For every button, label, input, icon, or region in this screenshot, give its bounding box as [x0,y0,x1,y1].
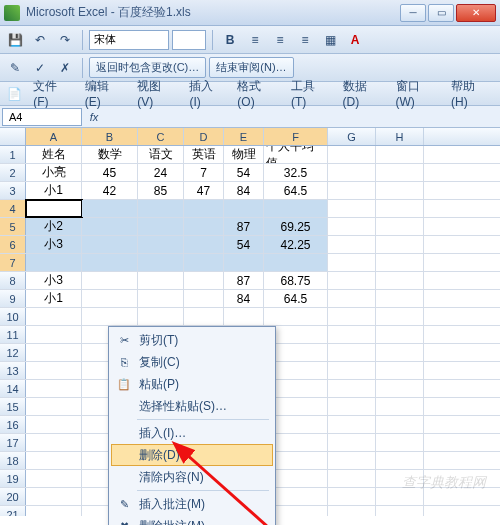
minimize-button[interactable]: ─ [400,4,426,22]
cell[interactable]: 语文 [138,146,184,163]
cell[interactable] [224,308,264,325]
cell[interactable]: 42.25 [264,236,328,253]
cell[interactable] [328,254,376,271]
cell[interactable] [264,254,328,271]
name-box[interactable]: A4 [2,108,82,126]
cell[interactable] [328,326,376,343]
cell[interactable] [376,398,424,415]
save-icon[interactable]: 💾 [4,29,26,51]
row-header[interactable]: 3 [0,182,26,199]
cell[interactable]: 个人平均值 [264,146,328,163]
close-button[interactable]: ✕ [456,4,496,22]
cell[interactable] [82,272,138,289]
cell[interactable]: 32.5 [264,164,328,181]
row-header[interactable]: 2 [0,164,26,181]
row-header[interactable]: 8 [0,272,26,289]
row-header[interactable]: 4 [0,200,26,217]
cell[interactable] [184,272,224,289]
cell[interactable] [328,182,376,199]
ctx-clear[interactable]: 清除内容(N) [111,466,273,488]
cell[interactable] [376,452,424,469]
ctx-copy[interactable]: ⎘复制(C) [111,351,273,373]
cell[interactable] [26,488,82,505]
cell[interactable] [224,254,264,271]
cell[interactable] [328,380,376,397]
comment-icon[interactable]: ✎ [4,57,26,79]
cell[interactable] [328,488,376,505]
row-header[interactable]: 11 [0,326,26,343]
cell[interactable]: 小1 [26,182,82,199]
cell[interactable] [138,236,184,253]
cell[interactable] [328,452,376,469]
new-icon[interactable]: 📄 [4,83,25,105]
row-header[interactable]: 6 [0,236,26,253]
cell[interactable] [184,308,224,325]
cell[interactable] [328,218,376,235]
cell[interactable] [376,326,424,343]
col-header-B[interactable]: B [82,128,138,145]
cell[interactable]: 87 [224,218,264,235]
cell[interactable] [26,254,82,271]
cell[interactable] [376,308,424,325]
cell[interactable] [376,290,424,307]
cell[interactable] [376,254,424,271]
cell[interactable]: 64.5 [264,290,328,307]
ctx-insert-comment[interactable]: ✎插入批注(M) [111,493,273,515]
font-select[interactable]: 宋体 [89,30,169,50]
cell[interactable] [328,200,376,217]
cell[interactable] [82,308,138,325]
row-header[interactable]: 12 [0,344,26,361]
ctx-delete-comment[interactable]: ✖删除批注(M) [111,515,273,525]
cell[interactable]: 姓名 [26,146,82,163]
cell[interactable] [376,218,424,235]
cell[interactable]: 64.5 [264,182,328,199]
cell[interactable]: 84 [224,182,264,199]
fx-button[interactable]: fx [84,108,104,126]
cell[interactable] [328,506,376,516]
row-header[interactable]: 19 [0,470,26,487]
cell[interactable]: 7 [184,164,224,181]
cell[interactable]: 54 [224,164,264,181]
col-header-E[interactable]: E [224,128,264,145]
ctx-delete[interactable]: 删除(D)… [111,444,273,466]
cell[interactable] [376,146,424,163]
row-header[interactable]: 15 [0,398,26,415]
table-row[interactable]: 1姓名数学语文英语物理个人平均值 [0,146,500,164]
cell[interactable] [138,218,184,235]
cell[interactable] [26,416,82,433]
cell[interactable] [26,398,82,415]
menu-help[interactable]: 帮助(H) [445,75,496,112]
cell[interactable] [184,290,224,307]
cell[interactable]: 小3 [26,272,82,289]
cell[interactable] [26,470,82,487]
align-center-icon[interactable]: ≡ [269,29,291,51]
cell[interactable]: 85 [138,182,184,199]
font-size-select[interactable] [172,30,206,50]
cell[interactable] [82,290,138,307]
menu-file[interactable]: 文件(F) [27,75,77,112]
cell[interactable] [376,488,424,505]
cell[interactable] [376,200,424,217]
undo-icon[interactable]: ↶ [29,29,51,51]
menu-edit[interactable]: 编辑(E) [79,75,129,112]
row-header[interactable]: 7 [0,254,26,271]
cell[interactable] [328,344,376,361]
menu-window[interactable]: 窗口(W) [390,75,444,112]
cell[interactable] [138,308,184,325]
cell[interactable] [184,200,224,217]
cell[interactable] [26,200,82,217]
cell[interactable] [376,344,424,361]
cell[interactable] [26,326,82,343]
cell[interactable]: 87 [224,272,264,289]
cell[interactable]: 英语 [184,146,224,163]
ctx-insert[interactable]: 插入(I)… [111,422,273,444]
cell[interactable]: 68.75 [264,272,328,289]
cell[interactable] [82,218,138,235]
col-header-H[interactable]: H [376,128,424,145]
cell[interactable]: 84 [224,290,264,307]
row-header[interactable]: 21 [0,506,26,516]
table-row[interactable]: 4 [0,200,500,218]
cell[interactable] [138,272,184,289]
cell[interactable] [224,200,264,217]
cell[interactable] [376,164,424,181]
